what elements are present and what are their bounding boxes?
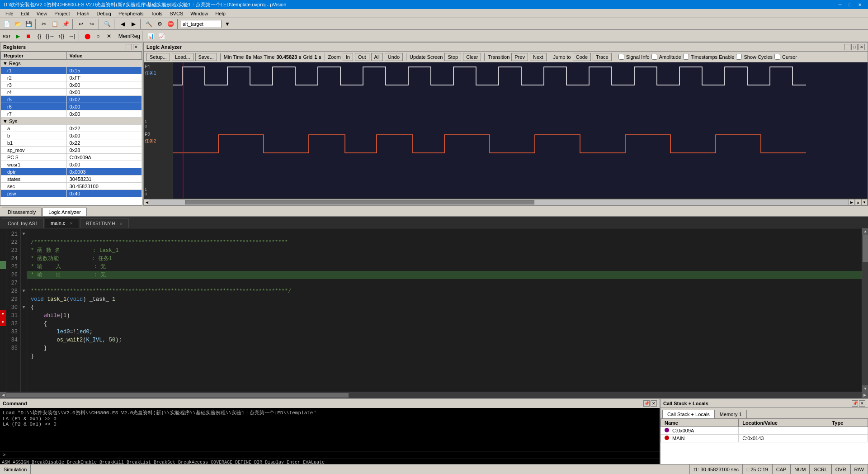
la-code-btn[interactable]: Code <box>573 53 591 61</box>
menu-svcs[interactable]: SVCS <box>166 10 187 17</box>
scroll-thumb[interactable] <box>185 200 534 204</box>
target-selector[interactable] <box>181 20 222 28</box>
la-zoom-undo-btn[interactable]: Undo <box>385 53 403 61</box>
table-row[interactable]: states 30458231 <box>1 175 142 183</box>
cs-tab-memory[interactable]: Memory 1 <box>715 410 747 418</box>
la-zoom-all-btn[interactable]: All <box>371 53 383 61</box>
rtx-tab-close[interactable]: ✕ <box>119 222 123 226</box>
table-row[interactable]: wusr1 0x00 <box>1 161 142 168</box>
prev-btn[interactable]: ◀ <box>118 19 127 29</box>
paste-btn[interactable]: 📌 <box>61 19 71 29</box>
table-row[interactable]: sec 30.45823100 <box>1 183 142 190</box>
amplitude-cb[interactable] <box>651 54 657 60</box>
target-dropdown[interactable]: ▼ <box>222 19 232 29</box>
code-hscrollbar[interactable]: ◀ ▶ <box>0 392 868 398</box>
table-row[interactable]: b 0x00 <box>1 132 142 139</box>
scroll-track[interactable] <box>150 199 849 205</box>
table-row[interactable]: r5 0x02 <box>1 96 142 103</box>
table-row[interactable]: r4 0x00 <box>1 89 142 96</box>
menu-edit[interactable]: Edit <box>17 10 33 17</box>
code-vscrollbar[interactable]: ▲ ▼ <box>862 228 868 392</box>
code-tab-main[interactable]: main.c ✕ <box>45 218 79 228</box>
stop-run-btn[interactable]: ⏹ <box>24 31 33 41</box>
show-regs-btn[interactable]: Reg <box>130 31 140 41</box>
la-clear-btn[interactable]: Clear <box>463 53 481 61</box>
menu-debug[interactable]: Debug <box>93 10 115 17</box>
la-zoom-in-btn[interactable]: In <box>343 53 353 61</box>
build-btn[interactable]: 🔨 <box>144 19 154 29</box>
code-hscroll-thumb[interactable] <box>6 393 349 398</box>
run-to-cursor-btn[interactable]: →| <box>67 31 77 41</box>
menu-file[interactable]: File <box>2 10 17 17</box>
menu-help[interactable]: Help <box>212 10 229 17</box>
sys-toggle[interactable]: ▼ <box>3 118 8 124</box>
table-row[interactable]: sp_mov 0x28 <box>1 147 142 154</box>
la-zoom-out-btn[interactable]: Out <box>355 53 369 61</box>
callstack-close[interactable]: ✕ <box>859 400 865 407</box>
breakpoint-btn[interactable]: ⬤ <box>82 31 92 41</box>
registers-minimize[interactable]: _ <box>126 44 132 50</box>
step-out-btn[interactable]: ↑{} <box>56 31 66 41</box>
minimize-button[interactable]: ─ <box>835 1 844 8</box>
scroll-left-btn[interactable]: ◀ <box>144 199 150 205</box>
waveform-p1-canvas[interactable] <box>173 62 868 130</box>
scroll-up-small[interactable]: ▲ <box>855 199 861 205</box>
menu-flash[interactable]: Flash <box>74 10 93 17</box>
command-close[interactable]: ✕ <box>651 400 657 407</box>
rst-btn[interactable]: RST <box>2 31 12 41</box>
window-controls[interactable]: ─ □ ✕ <box>835 1 864 8</box>
find-btn[interactable]: 🔍 <box>102 19 112 29</box>
undo-btn[interactable]: ↩ <box>76 19 86 29</box>
menu-window[interactable]: Window <box>187 10 212 17</box>
command-pin[interactable]: 📌 <box>643 400 650 407</box>
menu-view[interactable]: View <box>33 10 51 17</box>
table-row[interactable]: r6 0x00 <box>1 103 142 110</box>
la-minimize[interactable]: _ <box>844 44 850 50</box>
la-setup-btn[interactable]: Setup... <box>146 53 170 61</box>
table-row[interactable]: r1 0x15 <box>1 67 142 74</box>
main-tab-close[interactable]: ✕ <box>70 221 73 226</box>
callstack-pin[interactable]: 📌 <box>852 400 858 407</box>
cut-btn[interactable]: ✂ <box>39 19 49 29</box>
la-save-btn[interactable]: Save... <box>195 53 217 61</box>
tab-logic-analyzer[interactable]: Logic Analyzer <box>42 208 87 216</box>
open-btn[interactable]: 📂 <box>13 19 23 29</box>
la-load-btn[interactable]: Load... <box>172 53 193 61</box>
table-row[interactable]: b1 0x22 <box>1 139 142 147</box>
table-row[interactable]: a 0x22 <box>1 125 142 132</box>
table-row[interactable]: ▼ Sys <box>1 118 142 125</box>
la-scrollbar[interactable]: ◀ ▶ ▲ ▼ <box>144 199 868 205</box>
menu-project[interactable]: Project <box>51 10 73 17</box>
code-text[interactable]: /***************************************… <box>27 228 862 392</box>
registers-close[interactable]: ✕ <box>133 44 139 50</box>
la-trace-btn[interactable]: Trace <box>593 53 612 61</box>
code-tab-rtx[interactable]: RTX51TNY.H ✕ <box>80 218 129 228</box>
table-row[interactable]: r2 0xFF <box>1 74 142 81</box>
la-next-btn[interactable]: Next <box>530 53 547 61</box>
show-cycles-cb[interactable] <box>736 54 742 60</box>
new-btn[interactable]: 📄 <box>2 19 12 29</box>
stop-build-btn[interactable]: ⛔ <box>165 19 175 29</box>
command-input[interactable] <box>8 452 657 458</box>
show-memory-btn[interactable]: Mem <box>119 31 129 41</box>
cursor-cb[interactable] <box>774 54 780 60</box>
table-row[interactable]: ▼ Regs <box>1 60 142 67</box>
la-stop-btn[interactable]: Stop <box>444 53 461 61</box>
tab-disassembly[interactable]: Disassembly <box>2 208 42 216</box>
delete-bp-btn[interactable]: ✕ <box>104 31 114 41</box>
build-all-btn[interactable]: ⚙ <box>155 19 165 29</box>
code-tab-conf[interactable]: Conf_tny.AS1 <box>2 218 44 228</box>
table-row[interactable]: dptr 0x0003 <box>1 168 142 175</box>
table-row[interactable]: PC $ C:0x009A <box>1 154 142 161</box>
menu-peripherals[interactable]: Peripherals <box>115 10 147 17</box>
maximize-button[interactable]: □ <box>845 1 854 8</box>
code-hscroll-track[interactable] <box>6 393 862 398</box>
close-button[interactable]: ✕ <box>855 1 864 8</box>
code-hscroll-left[interactable]: ◀ <box>0 392 6 398</box>
regs-toggle[interactable]: ▼ <box>3 61 8 66</box>
cs-tab-callstack[interactable]: Call Stack + Locals <box>662 410 715 418</box>
code-scroll-up[interactable]: ▲ <box>862 228 868 235</box>
menu-tools[interactable]: Tools <box>147 10 166 17</box>
waveform-p2-canvas[interactable] <box>173 130 868 198</box>
table-row[interactable]: r7 0x00 <box>1 110 142 118</box>
